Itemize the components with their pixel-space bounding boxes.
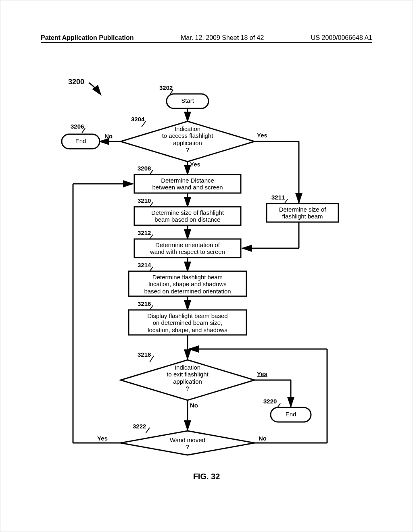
process-3214-text: Determine flashlight beam location, shap… [129,274,246,295]
process-3208-text: Determine Distance between wand and scre… [134,177,241,191]
decision-3204-text: Indication to access flashlight applicat… [138,125,238,153]
figure-title: FIG. 32 [0,472,413,481]
edge-3204-no: No [104,133,113,139]
label-3208: 3208 [138,165,151,172]
process-3212-text: Determine orientation of wand with respe… [134,241,241,256]
edge-3204-yes-right: Yes [257,132,267,139]
decision-3222-text: Wand moved ? [138,436,238,451]
label-3206: 3206 [71,123,84,130]
label-3212: 3212 [138,229,151,236]
label-3218: 3218 [138,351,151,358]
label-3222: 3222 [133,423,146,430]
label-3216: 3216 [138,300,151,307]
label-3204: 3204 [131,116,144,123]
edge-3222-no: No [259,435,267,442]
label-3202: 3202 [159,84,173,91]
figure-ref-3200: 3200 [68,78,84,86]
label-3220: 3220 [263,398,277,405]
label-3211: 3211 [271,194,285,201]
end-3220-text: End [271,411,311,418]
edge-3218-no: No [190,402,198,409]
label-3214: 3214 [138,262,151,268]
flowchart-svg [0,0,413,532]
process-3211-text: Determine size of flashlight beam [267,206,338,220]
edge-3218-yes: Yes [257,370,267,377]
page-container: Patent Application Publication Mar. 12, … [0,0,413,532]
edge-3204-yes-down: Yes [190,161,200,168]
process-3216-text: Display flashlight beam based on determi… [129,312,246,333]
end-3206-text: End [62,137,100,144]
edge-3222-yes: Yes [97,435,108,442]
process-3210-text: Determine size of flashlight beam based … [134,209,241,223]
start-terminator: Start [167,97,209,104]
decision-3218-text: Indication to exit flashlight applicatio… [138,364,238,392]
label-3210: 3210 [138,197,151,204]
